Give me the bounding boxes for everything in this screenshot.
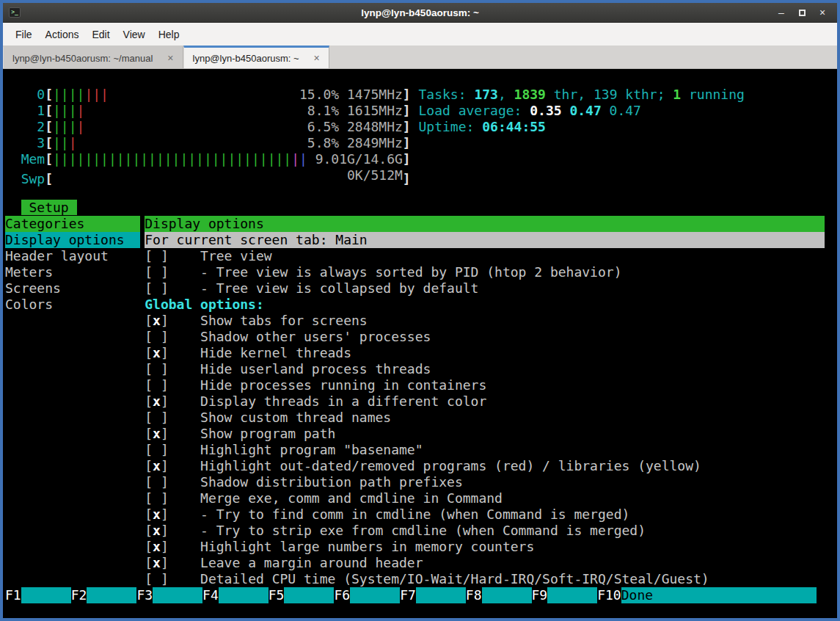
option-row[interactable]: [x] Leave a margin around header bbox=[145, 555, 825, 571]
meter-body: |||5.8% 2849MHz bbox=[53, 135, 403, 151]
fnlabel-f7[interactable] bbox=[416, 587, 466, 603]
checkbox-bracket: ] bbox=[161, 361, 169, 377]
checkbox-mark[interactable]: x bbox=[153, 426, 161, 441]
panel-subheader[interactable]: For current screen tab: Main bbox=[145, 232, 825, 248]
checkbox-mark[interactable]: x bbox=[153, 506, 161, 522]
maximize-button[interactable] bbox=[796, 7, 808, 18]
menu-item-edit[interactable]: Edit bbox=[85, 23, 116, 46]
option-label: - Try to find comm in cmdline (when Comm… bbox=[200, 506, 629, 522]
checkbox-mark[interactable] bbox=[153, 571, 161, 586]
fnlabel-f5[interactable] bbox=[284, 587, 334, 603]
terminal-tab-1[interactable]: lynp@lyn-b450aorusm: ~/manual× bbox=[3, 46, 183, 68]
option-row[interactable]: [ ] Merge exe, comm and cmdline in Comma… bbox=[145, 490, 825, 506]
tab-title: lynp@lyn-b450aorusm: ~ bbox=[193, 53, 299, 64]
fnlabel-f6[interactable] bbox=[350, 587, 400, 603]
meter-value: 8.1% 1615MHz bbox=[307, 103, 403, 119]
option-row[interactable]: [x] Display threads in a different color bbox=[145, 393, 825, 410]
option-row[interactable]: [ ] - Tree view is always sorted by PID … bbox=[145, 264, 825, 280]
option-spacer bbox=[169, 329, 200, 344]
option-row[interactable]: [x] - Try to find comm in cmdline (when … bbox=[145, 506, 825, 523]
option-row[interactable]: [x] - Try to strip exe from cmdline (whe… bbox=[145, 523, 825, 539]
checkbox-mark[interactable] bbox=[153, 474, 161, 490]
option-row[interactable]: [x] Show tabs for screens bbox=[145, 313, 825, 329]
option-row[interactable]: [ ] Shadow distribution path prefixes bbox=[145, 474, 825, 490]
terminal-tab-2[interactable]: lynp@lyn-b450aorusm: ~× bbox=[183, 46, 329, 68]
menu-item-actions[interactable]: Actions bbox=[39, 23, 86, 46]
checkbox-mark[interactable] bbox=[153, 377, 161, 393]
menu-item-help[interactable]: Help bbox=[152, 23, 186, 46]
checkbox-mark[interactable]: x bbox=[153, 555, 161, 570]
meter-bracket: ] bbox=[403, 87, 411, 102]
tab-close-icon[interactable]: × bbox=[167, 53, 173, 63]
option-row[interactable]: [ ] Hide processes running in containers bbox=[145, 377, 825, 393]
fnlabel-f1[interactable] bbox=[21, 587, 71, 603]
checkbox-bracket: [ bbox=[145, 442, 153, 457]
checkbox-bracket: ] bbox=[161, 523, 169, 538]
fnlabel-f3[interactable] bbox=[153, 587, 202, 603]
meter-bars: |||| bbox=[53, 103, 84, 119]
fnlabel-f2[interactable] bbox=[87, 587, 136, 603]
option-row[interactable]: [x] Show program path bbox=[145, 426, 825, 442]
option-label: Display threads in a different color bbox=[200, 393, 486, 409]
menu-item-view[interactable]: View bbox=[117, 23, 152, 46]
checkbox-mark[interactable] bbox=[153, 329, 161, 344]
fnlabel-f4[interactable] bbox=[219, 587, 269, 603]
header-text-segment: running bbox=[681, 87, 745, 102]
category-item-display-options[interactable]: Display options bbox=[5, 232, 140, 248]
fnlabel-f10[interactable]: Done bbox=[621, 587, 817, 603]
option-spacer bbox=[169, 490, 200, 506]
option-row[interactable]: [ ] Shadow other users' processes bbox=[145, 329, 825, 345]
checkbox-mark[interactable] bbox=[153, 361, 161, 377]
terminal-screen[interactable]: 0[|||||||15.0% 1475MHz]Tasks: 173, 1839 … bbox=[3, 69, 837, 618]
minimize-button[interactable]: – bbox=[775, 7, 787, 18]
close-button[interactable]: × bbox=[817, 7, 828, 18]
option-spacer bbox=[169, 458, 200, 473]
category-item-meters[interactable]: Meters bbox=[5, 264, 140, 280]
option-spacer bbox=[169, 426, 200, 441]
option-row[interactable]: [x] Highlight large numbers in memory co… bbox=[145, 539, 825, 555]
fnkey-f1: F1 bbox=[5, 587, 21, 603]
option-row[interactable]: [ ] - Tree view is collapsed by default bbox=[145, 280, 825, 297]
meter-bracket: ] bbox=[403, 151, 411, 167]
checkbox-bracket: [ bbox=[145, 377, 153, 393]
checkbox-mark[interactable] bbox=[153, 264, 161, 280]
checkbox-mark[interactable]: x bbox=[153, 458, 161, 473]
option-row[interactable]: [ ] Highlight program "basename" bbox=[145, 442, 825, 458]
checkbox-mark[interactable] bbox=[153, 442, 161, 457]
titlebar[interactable]: >_ lynp@lyn-b450aorusm: ~ – × bbox=[3, 3, 837, 23]
checkbox-bracket: ] bbox=[161, 506, 169, 522]
checkbox-mark[interactable]: x bbox=[153, 345, 161, 360]
swp-meter: Swp[0K/512M] bbox=[5, 167, 837, 184]
meter-label: 1 bbox=[5, 103, 45, 118]
option-row[interactable]: [x] Hide kernel threads bbox=[145, 345, 825, 361]
menu-item-file[interactable]: File bbox=[9, 23, 39, 46]
option-spacer bbox=[169, 410, 200, 425]
meter-label: 2 bbox=[5, 119, 45, 134]
checkbox-bracket: [ bbox=[145, 490, 153, 506]
meter-label: 3 bbox=[5, 135, 45, 150]
option-row[interactable]: [ ] Tree view bbox=[145, 248, 825, 264]
checkbox-mark[interactable]: x bbox=[153, 523, 161, 538]
category-item-screens[interactable]: Screens bbox=[5, 280, 140, 297]
checkbox-mark[interactable]: x bbox=[153, 539, 161, 554]
category-item-colors[interactable]: Colors bbox=[5, 297, 140, 313]
option-row[interactable]: [ ] Hide userland process threads bbox=[145, 361, 825, 377]
fnlabel-f8[interactable] bbox=[482, 587, 532, 603]
checkbox-mark[interactable] bbox=[153, 410, 161, 425]
tab-close-icon[interactable]: × bbox=[314, 53, 320, 63]
checkbox-bracket: ] bbox=[161, 410, 169, 425]
checkbox-mark[interactable] bbox=[153, 248, 161, 264]
option-row[interactable]: [ ] Detailed CPU time (System/IO-Wait/Ha… bbox=[145, 571, 825, 587]
terminal-window: >_ lynp@lyn-b450aorusm: ~ – × FileAction… bbox=[0, 0, 840, 621]
cpu-meter-1: 1[||||8.1% 1615MHz]Load average: 0.35 0.… bbox=[5, 103, 837, 119]
checkbox-mark[interactable] bbox=[153, 280, 161, 296]
option-row[interactable]: [ ] Show custom thread names bbox=[145, 410, 825, 426]
fnlabel-f9[interactable] bbox=[547, 587, 597, 603]
checkbox-mark[interactable]: x bbox=[153, 393, 161, 409]
option-row[interactable]: [x] Highlight out-dated/removed programs… bbox=[145, 458, 825, 474]
checkbox-mark[interactable]: x bbox=[153, 313, 161, 328]
option-spacer bbox=[169, 474, 200, 490]
category-item-header-layout[interactable]: Header layout bbox=[5, 248, 140, 264]
checkbox-mark[interactable] bbox=[153, 490, 161, 506]
meter-value: 0K/512M bbox=[347, 167, 403, 184]
